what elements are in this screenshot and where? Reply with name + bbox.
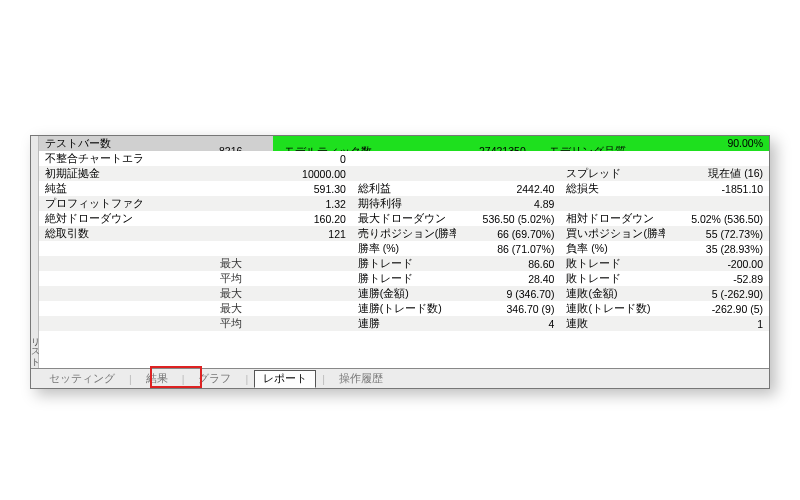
- bars-in-test-label: テストバー数: [45, 136, 111, 151]
- bars-in-test-value: 8216: [219, 144, 242, 152]
- metric-value-2: 86.60: [456, 256, 560, 271]
- metric-label-1: 純益: [39, 181, 143, 196]
- metric-sub: 平均: [143, 271, 247, 286]
- metric-value-2: 86 (71.07%): [456, 241, 560, 256]
- metric-label-1: [39, 316, 143, 331]
- metric-label-3: 負率 (%): [560, 241, 664, 256]
- metric-value-2: [456, 166, 560, 181]
- metric-value-1: 121: [248, 226, 352, 241]
- metric-label-1: [39, 256, 143, 271]
- metric-row: 純益591.30総利益2442.40総損失-1851.10: [39, 181, 769, 196]
- metric-row: 勝率 (%)86 (71.07%)負率 (%)35 (28.93%): [39, 241, 769, 256]
- metric-label-2: 期待利得: [352, 196, 456, 211]
- metric-sub: [143, 241, 247, 256]
- metric-value-1: [248, 241, 352, 256]
- report-area: リスト テストバー数 8216 モデルティック数 27421350 モデリング品…: [31, 136, 769, 368]
- metric-label-1: 絶対ドローダウン: [39, 211, 143, 226]
- gutter-label: リスト: [31, 332, 42, 362]
- metric-label-3: 連敗(金額): [560, 286, 664, 301]
- metric-value-3: -1851.10: [665, 181, 769, 196]
- metric-label-1: 不整合チャートエラー: [39, 151, 143, 166]
- report-table: テストバー数 8216 モデルティック数 27421350 モデリング品質 90…: [39, 136, 769, 331]
- metric-row: 絶対ドローダウン160.20最大ドローダウン536.50 (5.02%)相対ドロ…: [39, 211, 769, 226]
- tab-グラフ[interactable]: グラフ: [190, 371, 239, 387]
- metric-value-3: 5 (-262.90): [665, 286, 769, 301]
- metric-value-3: 5.02% (536.50): [665, 211, 769, 226]
- metric-row: プロフィットファクタ1.32期待利得4.89: [39, 196, 769, 211]
- metric-label-1: [39, 241, 143, 256]
- metric-label-2: 売りポジション(勝率%): [352, 226, 456, 241]
- metric-row: 平均勝トレード28.40敗トレード-52.89: [39, 271, 769, 286]
- metric-sub: [143, 211, 247, 226]
- metric-value-1: 0: [248, 151, 352, 166]
- metric-label-1: 初期証拠金: [39, 166, 143, 181]
- tab-結果[interactable]: 結果: [138, 371, 176, 387]
- metric-label-3: 相対ドローダウン: [560, 211, 664, 226]
- metric-value-1: 160.20: [248, 211, 352, 226]
- metric-label-3: 敗トレード: [560, 256, 664, 271]
- metric-value-2: [456, 151, 560, 166]
- metric-label-2: 勝トレード: [352, 271, 456, 286]
- quality-label: モデリング品質: [549, 144, 626, 152]
- metric-label-3: 総損失: [560, 181, 664, 196]
- metric-label-3: 連敗: [560, 316, 664, 331]
- tab-bar: セッティング|結果|グラフ|レポート|操作履歴: [31, 368, 769, 388]
- metric-value-2: 28.40: [456, 271, 560, 286]
- metric-sub: [143, 226, 247, 241]
- metric-label-1: [39, 301, 143, 316]
- tab-セッティング[interactable]: セッティング: [41, 371, 123, 387]
- metric-label-1: 総取引数: [39, 226, 143, 241]
- metric-value-3: -200.00: [665, 256, 769, 271]
- quality-value: 90.00%: [727, 136, 763, 151]
- tab-separator: |: [182, 373, 185, 385]
- metric-value-3: [665, 151, 769, 166]
- metric-value-2: 4.89: [456, 196, 560, 211]
- tab-レポート[interactable]: レポート: [254, 370, 316, 388]
- metric-value-3: 1: [665, 316, 769, 331]
- metric-row: 最大連勝(トレード数)346.70 (9)連敗(トレード数)-262.90 (5…: [39, 301, 769, 316]
- metric-label-3: スプレッド: [560, 166, 664, 181]
- metric-value-2: 2442.40: [456, 181, 560, 196]
- metric-sub: [143, 166, 247, 181]
- strategy-tester-panel: リスト テストバー数 8216 モデルティック数 27421350 モデリング品…: [30, 135, 770, 389]
- metric-label-2: 連勝(トレード数): [352, 301, 456, 316]
- modeling-quality-row: テストバー数 8216 モデルティック数 27421350 モデリング品質 90…: [39, 136, 769, 151]
- tab-操作履歴[interactable]: 操作履歴: [331, 371, 391, 387]
- metric-sub: [143, 196, 247, 211]
- tab-separator: |: [245, 373, 248, 385]
- metric-row: 総取引数121売りポジション(勝率%)66 (69.70%)買いポジション(勝率…: [39, 226, 769, 241]
- vertical-scrollbar[interactable]: リスト: [31, 136, 39, 368]
- metric-label-3: 買いポジション(勝率%): [560, 226, 664, 241]
- metric-value-1: 10000.00: [248, 166, 352, 181]
- metric-label-1: [39, 271, 143, 286]
- ticks-value: 27421350: [479, 144, 526, 152]
- metric-row: 最大勝トレード86.60敗トレード-200.00: [39, 256, 769, 271]
- metric-sub: 最大: [143, 301, 247, 316]
- metric-value-1: [248, 286, 352, 301]
- metric-label-2: 総利益: [352, 181, 456, 196]
- metric-value-3: 55 (72.73%): [665, 226, 769, 241]
- metric-value-2: 536.50 (5.02%): [456, 211, 560, 226]
- metric-label-3: 敗トレード: [560, 271, 664, 286]
- metric-sub: 最大: [143, 286, 247, 301]
- metric-label-2: 勝トレード: [352, 256, 456, 271]
- metric-sub: 平均: [143, 316, 247, 331]
- metric-value-2: 66 (69.70%): [456, 226, 560, 241]
- metric-label-3: [560, 196, 664, 211]
- metric-value-3: 現在値 (16): [665, 166, 769, 181]
- metric-value-1: 591.30: [248, 181, 352, 196]
- metric-row: 不整合チャートエラー0: [39, 151, 769, 166]
- metric-value-1: [248, 316, 352, 331]
- metric-label-2: [352, 151, 456, 166]
- metric-value-3: -262.90 (5): [665, 301, 769, 316]
- metric-value-3: -52.89: [665, 271, 769, 286]
- metric-value-1: [248, 256, 352, 271]
- metric-label-2: 勝率 (%): [352, 241, 456, 256]
- metric-label-2: 最大ドローダウン: [352, 211, 456, 226]
- metric-label-2: 連勝: [352, 316, 456, 331]
- metric-value-3: 35 (28.93%): [665, 241, 769, 256]
- metric-label-1: [39, 286, 143, 301]
- metric-label-2: 連勝(金額): [352, 286, 456, 301]
- tab-separator: |: [129, 373, 132, 385]
- metric-sub: [143, 181, 247, 196]
